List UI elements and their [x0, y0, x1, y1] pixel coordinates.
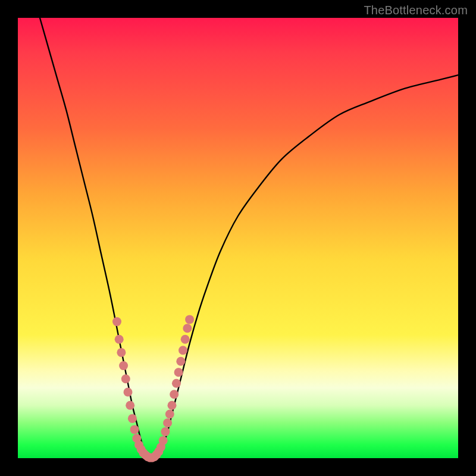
sample-dot [172, 379, 181, 388]
sample-dot [126, 401, 134, 410]
sample-dot [130, 425, 139, 434]
sample-dot [161, 427, 170, 436]
sample-dot [181, 335, 190, 344]
sample-dot [119, 361, 128, 370]
sample-dot [117, 348, 126, 357]
sample-dot [124, 388, 133, 397]
sample-dot [112, 317, 121, 326]
sample-dots [112, 315, 194, 462]
sample-dot [121, 374, 130, 383]
sample-dot [115, 335, 124, 344]
sample-dot [183, 324, 192, 333]
sample-dot [174, 368, 183, 377]
sample-dot [168, 401, 177, 410]
sample-dot [165, 410, 174, 419]
sample-dot [178, 346, 187, 355]
bottleneck-curve-svg [18, 18, 458, 458]
watermark-text: TheBottleneck.com [364, 4, 468, 17]
bottleneck-curve [40, 18, 458, 459]
sample-dot [163, 418, 172, 427]
sample-dot [185, 315, 194, 324]
sample-dot [176, 357, 185, 366]
sample-dot [170, 390, 178, 399]
sample-dot [128, 414, 137, 423]
sample-dot [159, 436, 168, 445]
